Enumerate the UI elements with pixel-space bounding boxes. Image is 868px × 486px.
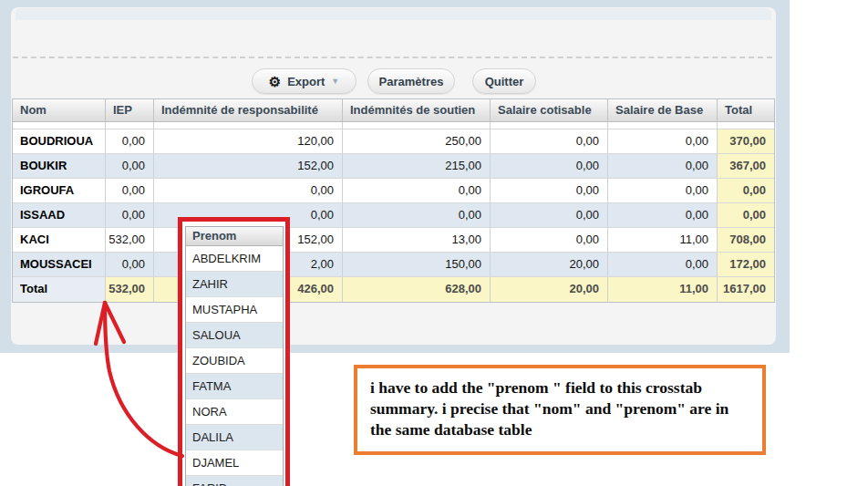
- column-header-4[interactable]: Salaire cotisable: [491, 99, 608, 121]
- note-line: the same database table: [370, 419, 749, 440]
- value-cell: 11,00: [608, 228, 718, 252]
- header-spacer-cell: [343, 122, 491, 129]
- value-cell: 215,00: [343, 154, 491, 178]
- table-row[interactable]: ISSAAD0,000,000,000,000,000,00: [13, 203, 774, 228]
- value-cell: 250,00: [343, 129, 491, 153]
- value-cell: 628,00: [343, 277, 491, 302]
- header-spacer-cell: [718, 122, 774, 129]
- table-row[interactable]: IGROUFA0,000,000,000,000,000,00: [13, 179, 774, 203]
- parametres-button[interactable]: Paramètres: [367, 68, 455, 94]
- value-cell: 0,00: [608, 129, 718, 153]
- crosstab-table: NomIEPIndémnité de responsabilitéIndémni…: [12, 98, 775, 303]
- export-button[interactable]: ⚙ Export ▼: [252, 68, 356, 94]
- row-name-cell: BOUKIR: [13, 154, 106, 178]
- header-spacer-cell: [154, 122, 343, 129]
- value-cell: 0,00: [491, 179, 608, 202]
- value-cell: 532,00: [106, 228, 154, 252]
- row-name-cell: ISSAAD: [13, 203, 106, 227]
- gear-icon: ⚙: [269, 75, 281, 88]
- value-cell: 0,00: [491, 228, 608, 252]
- dashed-separator: [13, 57, 772, 58]
- value-cell: 0,00: [491, 203, 608, 227]
- value-cell: 0,00: [106, 253, 154, 276]
- row-name-cell: BOUDRIOUA: [13, 129, 106, 153]
- quitter-button[interactable]: Quitter: [472, 68, 536, 94]
- value-cell: 0,00: [491, 154, 608, 178]
- table-row[interactable]: BOUKIR0,00152,00215,000,000,00367,00: [13, 154, 774, 179]
- value-cell: 0,00: [343, 179, 491, 202]
- note-line: i have to add the "prenom " field to thi…: [370, 377, 749, 398]
- red-highlight-rectangle: [178, 217, 290, 486]
- table-body: BOUDRIOUA0,00120,00250,000,000,00370,00B…: [13, 129, 774, 302]
- value-cell: 367,00: [718, 154, 774, 178]
- table-header-row: NomIEPIndémnité de responsabilitéIndémni…: [13, 99, 774, 122]
- value-cell: 20,00: [491, 253, 608, 276]
- column-header-2[interactable]: Indémnité de responsabilité: [154, 99, 343, 121]
- value-cell: 0,00: [106, 154, 154, 178]
- table-row[interactable]: BOUDRIOUA0,00120,00250,000,000,00370,00: [13, 129, 774, 154]
- table-row[interactable]: MOUSSACEI0,002,00150,0020,000,00172,00: [13, 253, 774, 277]
- note-box: i have to add the "prenom " field to thi…: [354, 365, 766, 455]
- value-cell: 0,00: [608, 253, 718, 276]
- value-cell: 11,00: [608, 277, 718, 302]
- value-cell: 0,00: [718, 179, 774, 202]
- value-cell: 0,00: [106, 179, 154, 202]
- column-header-5[interactable]: Salaire de Base: [608, 99, 718, 121]
- value-cell: 0,00: [608, 203, 718, 227]
- value-cell: 120,00: [154, 129, 343, 153]
- row-name-cell: IGROUFA: [13, 179, 106, 202]
- header-spacer-cell: [608, 122, 718, 129]
- value-cell: 370,00: [718, 129, 774, 153]
- value-cell: 0,00: [343, 203, 491, 227]
- column-header-1[interactable]: IEP: [106, 99, 154, 121]
- value-cell: 1617,00: [718, 277, 774, 302]
- row-name-cell: KACI: [13, 228, 106, 252]
- table-row[interactable]: KACI532,00152,0013,000,0011,00708,00: [13, 228, 774, 253]
- value-cell: 708,00: [718, 228, 774, 252]
- column-header-0[interactable]: Nom: [13, 99, 106, 121]
- value-cell: 0,00: [608, 154, 718, 178]
- export-button-label: Export: [287, 75, 325, 88]
- value-cell: 0,00: [718, 203, 774, 227]
- red-arrow-annotation: [87, 294, 191, 462]
- parametres-button-label: Paramètres: [379, 75, 444, 88]
- value-cell: 13,00: [343, 228, 491, 252]
- value-cell: 172,00: [718, 253, 774, 276]
- value-cell: 0,00: [491, 129, 608, 153]
- header-spacer-cell: [106, 122, 154, 129]
- note-line: summary. i precise that "nom" and "preno…: [370, 398, 749, 419]
- value-cell: 0,00: [608, 179, 718, 202]
- value-cell: 152,00: [154, 154, 343, 178]
- value-cell: 0,00: [154, 179, 343, 202]
- caret-down-icon: ▼: [331, 78, 339, 86]
- quitter-button-label: Quitter: [485, 75, 524, 88]
- panel-header-bar: [16, 8, 771, 20]
- header-spacer-cell: [491, 122, 608, 129]
- column-header-3[interactable]: Indémnités de soutien: [343, 99, 491, 121]
- table-header-spacer-row: [13, 122, 774, 129]
- column-header-6[interactable]: Total: [718, 99, 774, 121]
- value-cell: 0,00: [106, 129, 154, 153]
- header-spacer-cell: [13, 122, 106, 129]
- row-name-cell: MOUSSACEI: [13, 253, 106, 276]
- value-cell: 150,00: [343, 253, 491, 276]
- value-cell: 20,00: [491, 277, 608, 302]
- value-cell: 0,00: [106, 203, 154, 227]
